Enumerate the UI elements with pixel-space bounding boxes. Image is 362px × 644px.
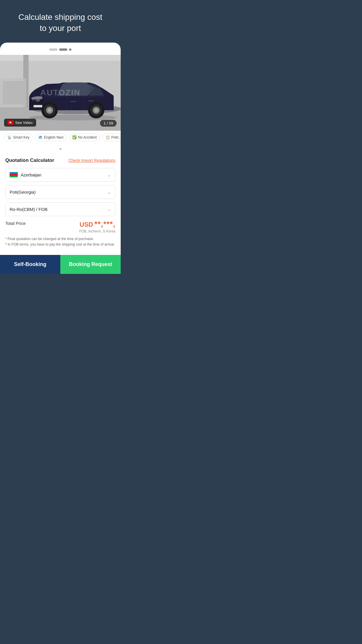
dot-3: [69, 48, 71, 51]
navi-icon: 🗺️: [38, 135, 43, 139]
footnote-1: * Final quotation can be changed at the …: [5, 236, 115, 242]
chevron-down-row: ⌄: [0, 144, 121, 153]
self-booking-button[interactable]: Self-Booking: [0, 255, 60, 274]
smartkey-icon: 📡: [7, 135, 12, 139]
feature-chip-noaccident: ✅ No Accident: [69, 134, 100, 141]
check-import-link[interactable]: Check Import Regulations: [68, 158, 115, 163]
hero-title: Calculate shipping cost to your port: [13, 12, 108, 34]
feature-chip-navi: 🗺️ English Navi: [35, 134, 67, 141]
total-price-row: Total Price USD **,***, FOB, Incheon, S.…: [5, 220, 115, 233]
quotation-title: Quotation Calculator: [5, 158, 54, 163]
azerbaijan-flag: [10, 172, 18, 177]
image-counter: 1 / 59: [100, 120, 117, 127]
quotation-section: Quotation Calculator Check Import Regula…: [0, 153, 121, 255]
svg-rect-19: [87, 100, 94, 102]
shipping-method-dropdown[interactable]: Ro-Ro(CBM) / FOB ⌄: [5, 202, 115, 216]
dot-1: [49, 48, 57, 51]
price-currency: USD: [80, 221, 93, 228]
port-value: Poti(Georgia): [10, 190, 36, 195]
feature-chip-polic: 📋 Polic...: [102, 134, 121, 141]
bottom-buttons: Self-Booking Booking Request: [0, 255, 121, 274]
navi-label: English Navi: [44, 135, 64, 139]
footnote-2: * In FOB terms, you have to pay the ship…: [5, 242, 115, 247]
svg-rect-5: [3, 81, 25, 104]
svg-rect-2: [0, 55, 121, 61]
see-video-label: See Video: [15, 120, 33, 125]
booking-request-button[interactable]: Booking Request: [60, 255, 121, 274]
shipping-method-value: Ro-Ro(CBM) / FOB: [10, 207, 48, 212]
polic-icon: 📋: [106, 135, 110, 139]
dot-2: [59, 48, 67, 51]
port-dropdown[interactable]: Poti(Georgia) ⌄: [5, 185, 115, 199]
noaccident-label: No Accident: [78, 135, 97, 139]
svg-point-15: [94, 108, 98, 112]
price-stars: **,***,: [94, 220, 115, 228]
price-sub: FOB, Incheon, S.Korea: [79, 229, 115, 233]
svg-point-7: [36, 97, 40, 102]
svg-point-11: [48, 108, 51, 112]
car-image-container: AUTOZIN See Video 1 / 59: [0, 55, 121, 131]
chevron-down-icon: ⌄: [58, 145, 63, 151]
see-video-button[interactable]: See Video: [4, 119, 36, 127]
price-amount: USD **,***,: [79, 220, 115, 229]
port-dropdown-chevron: ⌄: [107, 189, 111, 195]
port-dropdown-left: Poti(Georgia): [10, 190, 36, 195]
svg-rect-18: [70, 101, 76, 102]
country-value: Azerbaijan: [21, 172, 41, 177]
feature-chip-smartkey: 📡 Smart Key: [4, 134, 33, 141]
youtube-icon: [8, 120, 13, 125]
polic-label: Polic...: [111, 135, 121, 139]
main-card: AUTOZIN See Video 1 / 59 📡 Smart Key 🗺️ …: [0, 43, 121, 274]
total-price-value-block: USD **,***, FOB, Incheon, S.Korea: [79, 220, 115, 233]
svg-point-21: [29, 115, 117, 120]
smartkey-label: Smart Key: [13, 135, 29, 139]
total-price-label: Total Price: [5, 220, 26, 226]
features-row: 📡 Smart Key 🗺️ English Navi ✅ No Acciden…: [0, 131, 121, 144]
svg-rect-20: [34, 105, 42, 107]
quotation-header: Quotation Calculator Check Import Regula…: [5, 158, 115, 163]
pagination-dots: [0, 48, 121, 51]
noaccident-icon: ✅: [72, 135, 77, 139]
shipping-method-dropdown-left: Ro-Ro(CBM) / FOB: [10, 207, 48, 212]
shipping-method-dropdown-chevron: ⌄: [107, 206, 111, 212]
country-dropdown-chevron: ⌄: [107, 172, 111, 178]
footnotes: * Final quotation can be changed at the …: [5, 236, 115, 247]
country-dropdown[interactable]: Azerbaijan ⌄: [5, 168, 115, 182]
country-dropdown-left: Azerbaijan: [10, 172, 41, 177]
